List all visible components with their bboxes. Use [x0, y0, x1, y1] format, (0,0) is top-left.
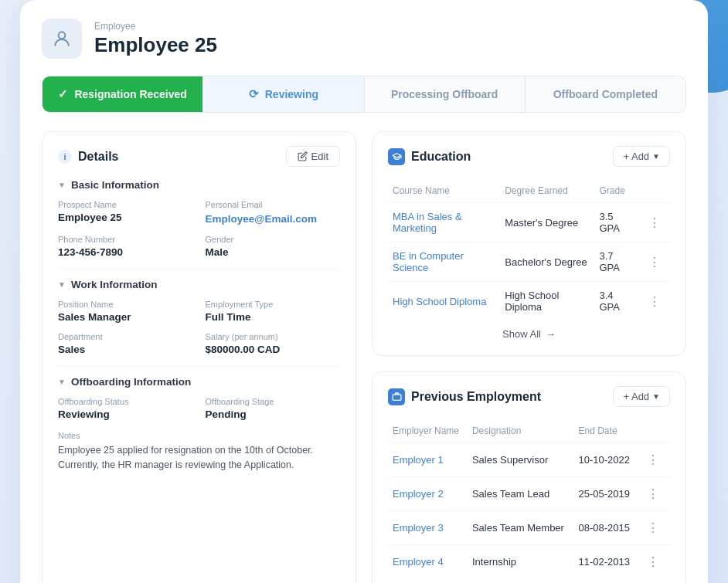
- education-title: Education: [388, 148, 471, 165]
- chevron-icon-3: ▼: [58, 378, 66, 386]
- row-menu-btn-emp-1[interactable]: ⋮: [642, 485, 664, 503]
- employer-link-1[interactable]: Employer 2: [393, 488, 444, 500]
- col-actions-edu: [639, 179, 670, 203]
- offboarding-fields: Offboarding Status Reviewing Offboarding…: [58, 397, 340, 420]
- prospect-name-value: Employee 25: [58, 212, 193, 223]
- check-icon: ✓: [58, 87, 68, 101]
- employer-link-0[interactable]: Employer 1: [393, 454, 444, 466]
- col-actions-emp: [638, 419, 670, 443]
- employment-type-label: Employment Type: [206, 300, 341, 309]
- phone-field: Phone Number 123-456-7890: [58, 235, 193, 258]
- employment-table-header: Employer Name Designation End Date: [388, 419, 670, 443]
- spinner-icon: ⟳: [249, 87, 259, 101]
- designation-cell-0: Sales Supervisor: [468, 443, 574, 477]
- step-resignation-label: Resignation Received: [74, 88, 187, 100]
- row-menu-btn-emp-0[interactable]: ⋮: [642, 451, 664, 469]
- position-label: Position Name: [58, 300, 193, 309]
- progress-steps: ✓ Resignation Received ⟳ Reviewing Proce…: [42, 76, 686, 113]
- course-link-1[interactable]: BE in Computer Science: [393, 250, 464, 273]
- designation-cell-3: Internship: [468, 545, 574, 579]
- education-panel-header: Education + Add ▼: [388, 146, 670, 167]
- notes-label: Notes: [58, 431, 340, 440]
- col-designation: Designation: [468, 419, 574, 443]
- personal-email-value[interactable]: Employee@Email.com: [206, 213, 317, 225]
- offboarding-stage-value: Pending: [206, 408, 341, 420]
- education-show-all[interactable]: Show All →: [388, 320, 670, 341]
- edit-icon: [298, 151, 308, 161]
- col-end-date: End Date: [574, 419, 638, 443]
- education-table: Course Name Degree Earned Grade MBA in S…: [388, 179, 670, 320]
- end-date-cell-3: 11-02-2013: [574, 545, 638, 579]
- employment-table: Employer Name Designation End Date Emplo…: [388, 419, 670, 578]
- chevron-icon-2: ▼: [58, 280, 66, 289]
- employment-show-all[interactable]: Show All →: [388, 578, 670, 583]
- row-menu-btn-edu-0[interactable]: ⋮: [644, 214, 665, 232]
- grade-cell-2: 3.4 GPA: [595, 282, 639, 321]
- svg-rect-1: [393, 395, 401, 401]
- col-employer-name: Employer Name: [388, 419, 468, 443]
- degree-cell-0: Master's Degree: [500, 203, 594, 242]
- education-add-button[interactable]: + Add ▼: [613, 146, 670, 167]
- course-link-0[interactable]: MBA in Sales & Marketing: [393, 211, 462, 234]
- table-row: Employer 3 Sales Team Member 08-08-2015 …: [388, 511, 670, 545]
- education-panel: Education + Add ▼ Course Name Degree Ear…: [372, 131, 686, 356]
- step-reviewing[interactable]: ⟳ Reviewing: [203, 76, 364, 112]
- employee-name: Employee 25: [94, 33, 217, 57]
- col-course-name: Course Name: [388, 179, 500, 203]
- step-processing[interactable]: Processing Offboard: [365, 76, 526, 112]
- position-value: Sales Manager: [58, 311, 193, 323]
- grade-cell-0: 3.5 GPA: [595, 203, 639, 242]
- table-row: High School Diploma High School Diploma …: [388, 282, 670, 321]
- education-icon: [388, 148, 405, 165]
- end-date-cell-1: 25-05-2019: [574, 477, 638, 511]
- content-grid: i Details Edit ▼ Basic Information: [42, 131, 686, 583]
- offboarding-stage-label: Offboarding Stage: [206, 397, 341, 406]
- edit-button[interactable]: Edit: [286, 146, 340, 167]
- employer-link-2[interactable]: Employer 3: [393, 522, 444, 534]
- employment-title: Previous Employment: [388, 388, 541, 405]
- chevron-down-icon-2: ▼: [652, 392, 660, 401]
- arrow-right-icon: →: [546, 328, 556, 340]
- table-row: Employer 2 Sales Team Lead 25-05-2019 ⋮: [388, 477, 670, 511]
- salary-field: Salary (per annum) $80000.00 CAD: [206, 332, 341, 355]
- basic-info-section: ▼ Basic Information Prospect Name Employ…: [58, 179, 340, 258]
- employer-link-3[interactable]: Employer 4: [393, 556, 444, 568]
- designation-cell-2: Sales Team Member: [468, 511, 574, 545]
- personal-email-label: Personal Email: [206, 200, 341, 209]
- gender-value: Male: [206, 246, 341, 258]
- step-resignation[interactable]: ✓ Resignation Received: [43, 76, 203, 112]
- work-info-section: ▼ Work Information Position Name Sales M…: [58, 279, 340, 355]
- row-menu-btn-emp-2[interactable]: ⋮: [642, 519, 664, 537]
- details-panel: i Details Edit ▼ Basic Information: [42, 131, 356, 583]
- gender-label: Gender: [206, 235, 341, 244]
- work-info-toggle[interactable]: ▼ Work Information: [58, 279, 340, 290]
- employment-add-button[interactable]: + Add ▼: [613, 386, 670, 407]
- salary-value: $80000.00 CAD: [206, 344, 341, 355]
- basic-info-toggle[interactable]: ▼ Basic Information: [58, 179, 340, 191]
- designation-cell-1: Sales Team Lead: [468, 477, 574, 511]
- course-link-2[interactable]: High School Diploma: [393, 296, 486, 307]
- phone-label: Phone Number: [58, 235, 193, 244]
- header: Employee Employee 25: [42, 19, 686, 59]
- step-completed[interactable]: Offboard Completed: [526, 76, 685, 112]
- prospect-name-field: Prospect Name Employee 25: [58, 200, 193, 225]
- row-menu-btn-edu-1[interactable]: ⋮: [644, 253, 665, 271]
- basic-info-fields: Prospect Name Employee 25 Personal Email…: [58, 200, 340, 258]
- department-label: Department: [58, 332, 193, 341]
- education-table-header: Course Name Degree Earned Grade: [388, 179, 670, 203]
- notes-text: Employee 25 applied for resignation on t…: [58, 443, 340, 473]
- offboarding-stage-field: Offboarding Stage Pending: [206, 397, 341, 420]
- offboarding-toggle[interactable]: ▼ Offboarding Information: [58, 376, 340, 388]
- details-panel-header: i Details Edit: [58, 146, 340, 167]
- table-row: MBA in Sales & Marketing Master's Degree…: [388, 203, 670, 242]
- avatar: [42, 19, 82, 59]
- position-field: Position Name Sales Manager: [58, 300, 193, 323]
- work-info-fields: Position Name Sales Manager Employment T…: [58, 300, 340, 355]
- col-degree-earned: Degree Earned: [500, 179, 594, 203]
- row-menu-btn-edu-2[interactable]: ⋮: [644, 293, 665, 310]
- end-date-cell-0: 10-10-2022: [574, 443, 638, 477]
- employment-type-value: Full Time: [206, 311, 341, 323]
- row-menu-btn-emp-3[interactable]: ⋮: [642, 553, 664, 571]
- divider-2: [58, 366, 340, 367]
- chevron-icon: ▼: [58, 181, 66, 189]
